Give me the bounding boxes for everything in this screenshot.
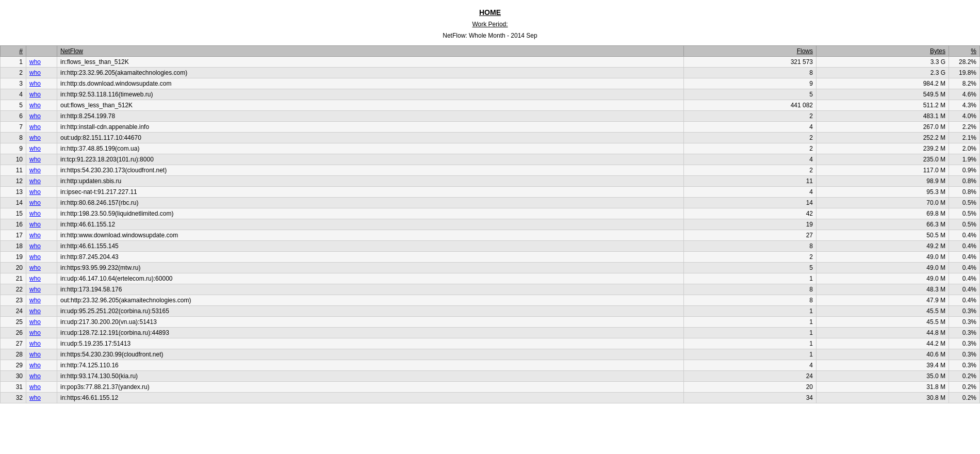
row-who[interactable]: who	[26, 122, 57, 133]
who-link[interactable]: who	[29, 286, 41, 293]
who-link[interactable]: who	[29, 156, 41, 163]
row-num: 20	[1, 263, 26, 273]
row-flows: 24	[683, 371, 816, 382]
row-who[interactable]: who	[26, 165, 57, 176]
row-who[interactable]: who	[26, 252, 57, 263]
who-link[interactable]: who	[29, 351, 41, 358]
who-link[interactable]: who	[29, 177, 41, 185]
who-link[interactable]: who	[29, 329, 41, 336]
who-link[interactable]: who	[29, 253, 41, 261]
table-row: 11whoin:https:54.230.230.173(cloudfront.…	[1, 165, 980, 176]
who-link[interactable]: who	[29, 91, 41, 98]
row-who[interactable]: who	[26, 143, 57, 154]
row-netflow: in:http:23.32.96.205(akamaitechnologies.…	[57, 68, 684, 78]
who-link[interactable]: who	[29, 307, 41, 315]
who-link[interactable]: who	[29, 372, 41, 380]
who-link[interactable]: who	[29, 167, 41, 174]
row-bytes: 483.1 M	[816, 111, 949, 122]
who-link[interactable]: who	[29, 232, 41, 239]
row-who[interactable]: who	[26, 133, 57, 143]
row-bytes: 49.0 M	[816, 252, 949, 263]
row-who[interactable]: who	[26, 89, 57, 100]
row-flows: 2	[683, 143, 816, 154]
who-link[interactable]: who	[29, 297, 41, 304]
row-bytes: 511.2 M	[816, 100, 949, 111]
row-who[interactable]: who	[26, 263, 57, 273]
row-who[interactable]: who	[26, 111, 57, 122]
row-who[interactable]: who	[26, 241, 57, 252]
row-flows: 20	[683, 382, 816, 393]
row-flows: 4	[683, 360, 816, 371]
who-link[interactable]: who	[29, 221, 41, 228]
row-who[interactable]: who	[26, 219, 57, 230]
who-link[interactable]: who	[29, 188, 41, 196]
who-link[interactable]: who	[29, 318, 41, 326]
row-num: 15	[1, 208, 26, 219]
who-link[interactable]: who	[29, 123, 41, 131]
row-bytes: 2.3 G	[816, 68, 949, 78]
row-netflow: in:https:93.95.99.232(mtw.ru)	[57, 263, 684, 273]
row-who[interactable]: who	[26, 393, 57, 403]
row-netflow: in:http:37.48.85.199(com.ua)	[57, 143, 684, 154]
who-link[interactable]: who	[29, 112, 41, 120]
row-who[interactable]: who	[26, 371, 57, 382]
who-link[interactable]: who	[29, 264, 41, 271]
row-who[interactable]: who	[26, 273, 57, 284]
row-who[interactable]: who	[26, 295, 57, 306]
col-header-flows: Flows	[683, 46, 816, 57]
row-num: 4	[1, 89, 26, 100]
row-who[interactable]: who	[26, 360, 57, 371]
who-link[interactable]: who	[29, 102, 41, 109]
who-link[interactable]: who	[29, 58, 41, 66]
row-who[interactable]: who	[26, 57, 57, 68]
who-link[interactable]: who	[29, 145, 41, 152]
row-who[interactable]: who	[26, 100, 57, 111]
who-link[interactable]: who	[29, 394, 41, 401]
who-link[interactable]: who	[29, 199, 41, 206]
who-link[interactable]: who	[29, 383, 41, 391]
who-link[interactable]: who	[29, 69, 41, 76]
row-bytes: 35.0 M	[816, 371, 949, 382]
row-who[interactable]: who	[26, 208, 57, 219]
row-who[interactable]: who	[26, 328, 57, 338]
table-row: 22whoin:http:173.194.58.176848.3 M0.4%	[1, 284, 980, 295]
who-link[interactable]: who	[29, 362, 41, 369]
row-who[interactable]: who	[26, 349, 57, 360]
row-who[interactable]: who	[26, 176, 57, 187]
row-netflow: out:flows_less_than_512K	[57, 100, 684, 111]
row-who[interactable]: who	[26, 198, 57, 208]
row-num: 6	[1, 111, 26, 122]
row-pct: 0.2%	[949, 393, 980, 403]
row-who[interactable]: who	[26, 154, 57, 165]
table-row: 7whoin:http:install-cdn.appenable.info42…	[1, 122, 980, 133]
row-who[interactable]: who	[26, 230, 57, 241]
work-period-label[interactable]: Work Period:	[0, 21, 980, 28]
table-row: 32whoin:https:46.61.155.123430.8 M0.2%	[1, 393, 980, 403]
row-flows: 4	[683, 154, 816, 165]
row-num: 29	[1, 360, 26, 371]
row-flows: 321 573	[683, 57, 816, 68]
row-who[interactable]: who	[26, 187, 57, 198]
row-netflow: in:http:updaten.sbis.ru	[57, 176, 684, 187]
row-pct: 4.0%	[949, 111, 980, 122]
row-who[interactable]: who	[26, 338, 57, 349]
who-link[interactable]: who	[29, 275, 41, 282]
row-netflow: in:udp:46.147.10.64(ertelecom.ru):60000	[57, 273, 684, 284]
who-link[interactable]: who	[29, 340, 41, 347]
who-link[interactable]: who	[29, 242, 41, 250]
row-who[interactable]: who	[26, 306, 57, 317]
row-who[interactable]: who	[26, 284, 57, 295]
row-pct: 0.3%	[949, 317, 980, 328]
table-row: 24whoin:udp:95.25.251.202(corbina.ru):53…	[1, 306, 980, 317]
row-who[interactable]: who	[26, 317, 57, 328]
row-who[interactable]: who	[26, 382, 57, 393]
row-who[interactable]: who	[26, 68, 57, 78]
who-link[interactable]: who	[29, 80, 41, 87]
row-who[interactable]: who	[26, 78, 57, 89]
row-netflow: in:http:80.68.246.157(rbc.ru)	[57, 198, 684, 208]
row-netflow: in:udp:217.30.200.20(vn.ua):51413	[57, 317, 684, 328]
row-flows: 2	[683, 133, 816, 143]
row-netflow: in:http:install-cdn.appenable.info	[57, 122, 684, 133]
who-link[interactable]: who	[29, 134, 41, 141]
who-link[interactable]: who	[29, 210, 41, 217]
